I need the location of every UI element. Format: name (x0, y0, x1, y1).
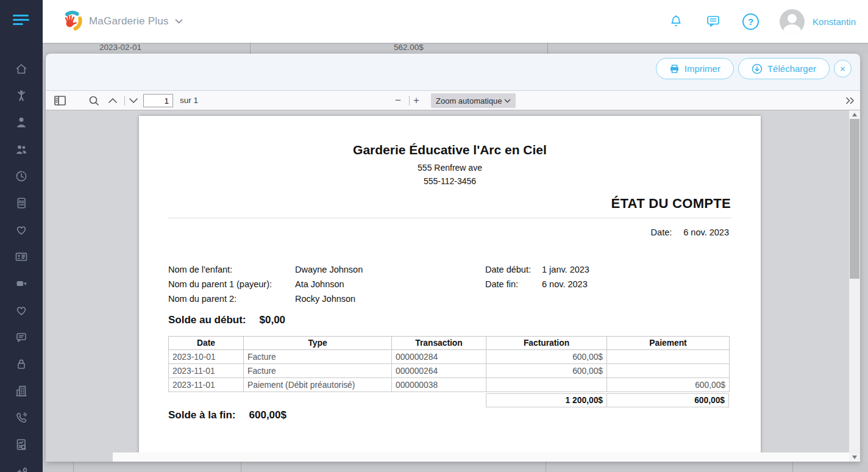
scroll-up-icon[interactable] (849, 110, 860, 119)
gears-icon (13, 452, 29, 472)
total-paiement: 600,00$ (607, 393, 729, 407)
search-icon[interactable] (88, 91, 99, 110)
total-facturation: 1 200,00$ (486, 393, 607, 407)
pdf-viewer: Garderie Éducative l'Arc en Ciel 555 Ren… (46, 110, 860, 452)
sidebar-item-billing[interactable] (0, 190, 43, 216)
download-icon (752, 63, 763, 74)
user-name: Konstantin (813, 16, 856, 27)
background-table-date: 2023-02-01 (99, 43, 141, 52)
sidebar-item-groups[interactable] (0, 136, 43, 163)
background-table-amount: 562.00$ (394, 43, 424, 52)
col-header-transaction: Transaction (392, 337, 486, 350)
previous-page-icon[interactable] (108, 91, 118, 110)
header-actions: ? Konstantin (668, 0, 856, 43)
table-row: 2023-10-01 Facture 000000284 600,00$ (169, 350, 730, 364)
sidebar-item-security[interactable] (0, 351, 43, 377)
sidebar-item-camera[interactable] (0, 270, 43, 297)
statement-date: Date: 6 nov. 2023 (651, 227, 729, 237)
sidebar-item-home[interactable] (0, 55, 43, 82)
close-icon[interactable]: × (834, 60, 852, 77)
sidebar-item-calls[interactable] (0, 404, 43, 431)
heart-icon (14, 303, 29, 318)
pdf-page: Garderie Éducative l'Arc en Ciel 555 Ren… (139, 116, 761, 452)
sidebar-toggle-icon[interactable] (54, 91, 66, 110)
opening-balance: Solde au début: $0,00 (168, 314, 285, 326)
col-header-type: Type (244, 337, 392, 350)
pdf-toolbar: sur 1 − + Zoom automatique (46, 90, 860, 110)
people-icon (14, 142, 29, 157)
zoom-in-icon[interactable]: + (413, 91, 419, 110)
sidebar-item-contact-card[interactable] (0, 243, 43, 270)
heart-icon (14, 223, 29, 237)
chevron-down-icon (175, 19, 183, 24)
help-icon[interactable]: ? (742, 13, 759, 30)
dimmed-background-table-bottom (43, 462, 868, 472)
statement-viewer-modal: Imprimer Télécharger × sur 1 − + Zoom au… (46, 54, 860, 462)
col-header-facturation: Facturation (486, 337, 607, 350)
messages-icon[interactable] (705, 13, 722, 29)
chat-bubble-icon (14, 330, 29, 345)
id-card-icon (14, 249, 29, 264)
report-search-icon (14, 437, 29, 452)
sidebar-item-organization[interactable] (0, 377, 43, 404)
sidebar-nav (0, 55, 43, 472)
app-logo-icon (61, 10, 83, 32)
sidebar-item-children[interactable] (0, 82, 43, 109)
modal-actions: Imprimer Télécharger × (656, 58, 852, 79)
lock-icon (14, 357, 29, 371)
organization-address: 555 Renfrew ave (139, 163, 761, 173)
app-root: { "header": { "brand": "MaGarderie Plus"… (0, 0, 868, 472)
sidebar-item-health[interactable] (0, 297, 43, 324)
transactions-table: Date Type Transaction Facturation Paieme… (168, 336, 730, 392)
chevron-down-icon (504, 99, 511, 103)
download-button[interactable]: Télécharger (738, 58, 830, 79)
video-camera-icon (14, 276, 29, 291)
sidebar-item-favorites[interactable] (0, 216, 43, 243)
closing-balance: Solde à la fin: 600,00$ (168, 409, 286, 421)
brand-menu[interactable]: MaGarderie Plus (61, 10, 183, 32)
statement-title: ÉTAT DU COMPTE (611, 196, 731, 212)
person-icon (14, 115, 29, 130)
scroll-down-icon[interactable] (849, 453, 860, 462)
top-header: MaGarderie Plus ? Konstantin (43, 0, 868, 43)
page-count-label: sur 1 (180, 91, 198, 110)
building-icon (14, 384, 29, 398)
user-menu[interactable]: Konstantin (780, 9, 856, 34)
secondary-toolbar-toggle-icon[interactable] (845, 91, 855, 110)
scrollbar-thumb[interactable] (850, 119, 859, 279)
avatar (780, 9, 805, 34)
sidebar-item-messages[interactable] (0, 324, 43, 351)
sidebar (0, 0, 43, 472)
sidebar-item-parents[interactable] (0, 109, 43, 136)
sidebar-item-schedule[interactable] (0, 163, 43, 190)
col-header-paiement: Paiement (607, 337, 730, 350)
child-icon (14, 88, 29, 103)
horizontal-scrollbar[interactable] (46, 452, 849, 462)
table-header-row: Date Type Transaction Facturation Paieme… (169, 337, 730, 350)
printer-icon (669, 64, 680, 74)
hamburger-menu-icon[interactable] (13, 15, 30, 27)
brand-name: MaGarderie Plus (89, 15, 169, 27)
page-number-input[interactable] (143, 94, 173, 107)
table-row: 2023-11-01 Paiement (Débit préautorisé) … (169, 378, 730, 392)
next-page-icon[interactable] (129, 91, 138, 110)
notifications-bell-icon[interactable] (668, 13, 684, 30)
divider (168, 218, 731, 218)
vertical-scrollbar[interactable] (849, 110, 860, 462)
sidebar-item-settings[interactable] (0, 458, 43, 472)
home-icon (14, 62, 29, 76)
organization-name: Garderie Éducative l'Arc en Ciel (139, 143, 761, 157)
zoom-mode-select[interactable]: Zoom automatique (431, 93, 516, 108)
dimmed-background-table: 2023-02-01 562.00$ (43, 43, 868, 54)
clock-icon (14, 169, 29, 184)
zoom-out-icon[interactable]: − (395, 91, 401, 110)
print-button[interactable]: Imprimer (656, 58, 734, 79)
organization-phone: 555-112-3456 (139, 176, 761, 186)
table-row: 2023-11-01 Facture 000000264 600,00$ (169, 364, 730, 378)
phone-icon (14, 410, 29, 425)
invoice-icon (14, 196, 29, 210)
col-header-date: Date (169, 337, 244, 350)
